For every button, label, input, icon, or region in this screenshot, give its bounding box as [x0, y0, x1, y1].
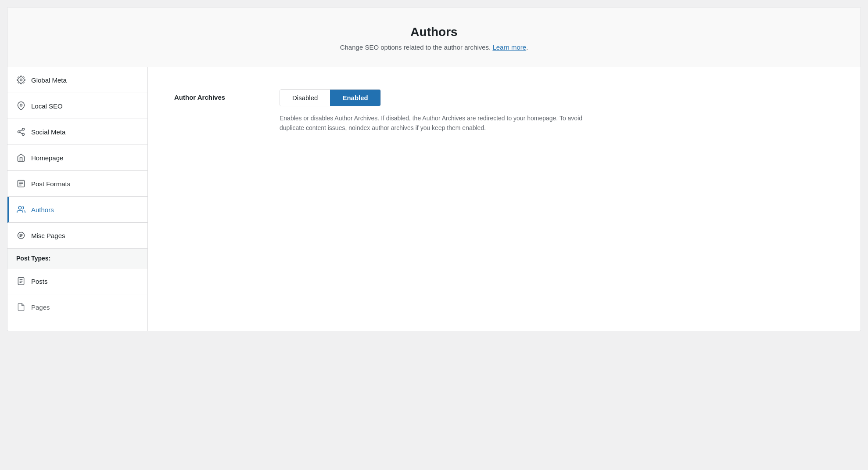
svg-point-0 [20, 79, 22, 81]
sidebar-item-local-seo[interactable]: Local SEO [7, 93, 147, 119]
disabled-button[interactable]: Disabled [280, 90, 330, 106]
users-icon [16, 205, 26, 214]
list-circles-icon [16, 231, 26, 240]
home-icon [16, 153, 26, 163]
sidebar-item-label: Social Meta [31, 128, 65, 136]
sidebar-item-misc-pages[interactable]: Misc Pages [7, 223, 147, 249]
sidebar-item-label: Local SEO [31, 102, 63, 110]
author-archives-description: Enables or disables Author Archives. If … [280, 113, 595, 133]
sidebar-item-label: Global Meta [31, 76, 67, 84]
svg-point-2 [22, 128, 25, 130]
sidebar: Global Meta Local SEO [7, 67, 148, 331]
svg-line-6 [20, 130, 22, 131]
author-archives-control: Disabled Enabled Enables or disables Aut… [280, 89, 834, 133]
sidebar-item-posts[interactable]: Posts [7, 268, 147, 294]
location-icon [16, 101, 26, 111]
document-list-icon [16, 179, 26, 188]
post-types-section-header: Post Types: [7, 249, 147, 268]
sidebar-item-authors[interactable]: Authors [7, 197, 147, 223]
learn-more-link[interactable]: Learn more [492, 43, 526, 51]
svg-line-5 [20, 132, 22, 134]
author-archives-label: Author Archives [174, 89, 253, 101]
sidebar-item-pages[interactable]: Pages [7, 294, 147, 320]
sidebar-item-label: Posts [31, 278, 48, 285]
page-title: Authors [16, 25, 852, 39]
sidebar-item-label: Pages [31, 304, 50, 311]
sidebar-item-label: Post Formats [31, 180, 70, 188]
content-area: Author Archives Disabled Enabled Enables… [148, 67, 861, 331]
gear-icon [16, 75, 26, 85]
sidebar-item-global-meta[interactable]: Global Meta [7, 67, 147, 93]
author-archives-row: Author Archives Disabled Enabled Enables… [174, 89, 834, 133]
svg-point-4 [22, 133, 25, 135]
enabled-button[interactable]: Enabled [330, 90, 380, 106]
document-icon [16, 302, 26, 312]
document-lines-icon [16, 276, 26, 286]
page-header: Authors Change SEO options related to th… [7, 7, 861, 67]
sidebar-item-label: Homepage [31, 154, 63, 162]
sidebar-item-label: Authors [31, 206, 54, 213]
sidebar-item-label: Misc Pages [31, 232, 65, 239]
sidebar-item-social-meta[interactable]: Social Meta [7, 119, 147, 145]
sidebar-item-post-formats[interactable]: Post Formats [7, 171, 147, 197]
outer-container: Authors Change SEO options related to th… [0, 0, 868, 470]
svg-point-1 [20, 104, 22, 106]
social-icon [16, 127, 26, 137]
svg-point-3 [18, 131, 20, 133]
svg-point-11 [18, 206, 22, 210]
sidebar-item-homepage[interactable]: Homepage [7, 145, 147, 171]
author-archives-toggle-group: Disabled Enabled [280, 89, 381, 106]
main-layout: Global Meta Local SEO [7, 67, 861, 331]
main-card: Authors Change SEO options related to th… [7, 7, 861, 331]
page-description: Change SEO options related to the author… [16, 43, 852, 51]
